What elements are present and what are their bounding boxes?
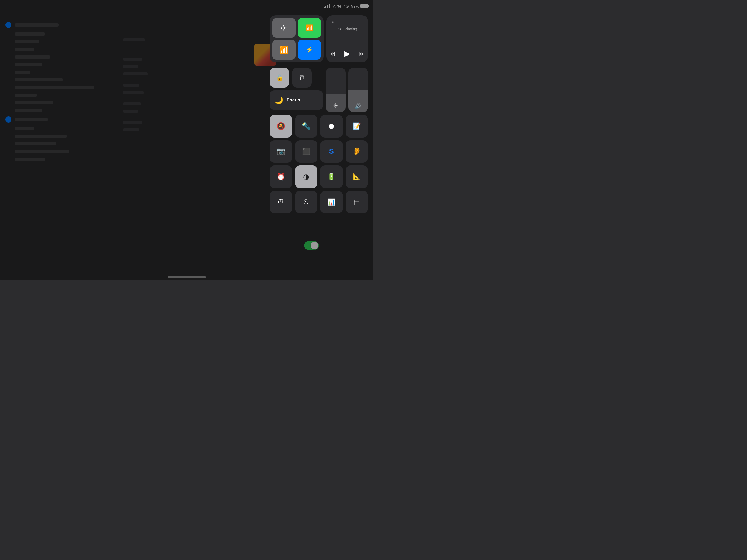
prev-button[interactable]: ⏮ (330, 50, 335, 57)
split-view-button[interactable]: ▤ (345, 191, 368, 213)
volume-icon: 🔊 (355, 103, 362, 109)
mute-icon: 🔕 (277, 122, 285, 130)
wifi-button[interactable]: 📶 (272, 40, 295, 59)
cellular-icon: 📶 (306, 24, 313, 31)
np-controls[interactable]: ⏮ ▶ ⏭ (331, 49, 363, 58)
cellular-button[interactable]: 📶 (298, 18, 321, 38)
bluetooth-button[interactable]: ⚡ (298, 40, 321, 59)
clock-icon: ⏰ (277, 173, 285, 181)
shazam-button[interactable]: S (320, 140, 343, 163)
analytics-icon: 📊 (327, 198, 335, 206)
airplane-mode-button[interactable]: ✈ (272, 18, 295, 38)
focus-moon-icon: 🌙 (275, 96, 283, 104)
now-playing-title: Not Playing (331, 27, 363, 46)
play-button[interactable]: ▶ (344, 49, 350, 58)
analytics-button[interactable]: 📊 (320, 191, 343, 213)
np-header: ⊙ (331, 20, 363, 24)
focus-button[interactable]: 🌙 Focus (269, 90, 323, 110)
shazam-icon: S (329, 147, 334, 156)
next-button[interactable]: ⏭ (359, 50, 365, 57)
screen-mirror-button[interactable]: ⧉ (292, 68, 312, 87)
stopwatch-icon: ⏱ (277, 198, 284, 206)
volume-slider[interactable]: 🔊 (349, 68, 368, 112)
quick-note-button[interactable]: 📝 (345, 115, 368, 137)
focus-label: Focus (287, 97, 300, 103)
wifi-icon: 📶 (279, 45, 289, 54)
measure-button[interactable]: 📐 (345, 166, 368, 188)
hearing-icon: 👂 (353, 147, 361, 156)
brightness-slider[interactable]: ☀ (326, 68, 345, 112)
airplay-icon[interactable]: ⊙ (331, 20, 334, 24)
quick-note-icon: 📝 (353, 122, 361, 130)
flashlight-icon: 🔦 (302, 122, 311, 130)
brightness-icon: ☀ (333, 102, 338, 109)
timer-button[interactable]: ⏲ (295, 191, 318, 213)
clock-button[interactable]: ⏰ (269, 166, 292, 188)
airplane-icon: ✈ (281, 24, 287, 32)
connectivity-panel[interactable]: ✈ 📶 📶 ⚡ (269, 15, 324, 62)
control-center[interactable]: ✈ 📶 📶 ⚡ ⊙ Not Playing ⏮ ▶ ⏭ (269, 15, 368, 216)
dark-mode-icon: ◑ (303, 173, 309, 181)
mute-button[interactable]: 🔕 (269, 115, 292, 137)
screen-mirror-icon: ⧉ (300, 74, 305, 82)
low-power-button[interactable]: 🔋 (320, 166, 343, 188)
now-playing-panel[interactable]: ⊙ Not Playing ⏮ ▶ ⏭ (327, 15, 368, 62)
rotation-lock-icon: 🔒 (276, 74, 283, 81)
hearing-button[interactable]: 👂 (345, 140, 368, 163)
camera-icon: 📷 (277, 147, 285, 156)
measure-icon: 📐 (353, 173, 361, 180)
dark-mode-button[interactable]: ◑ (295, 166, 318, 188)
screen-record-button[interactable]: ⏺ (320, 115, 343, 137)
timer-icon: ⏲ (303, 198, 310, 206)
low-power-icon: 🔋 (327, 173, 335, 180)
camera-button[interactable]: 📷 (269, 140, 292, 163)
icon-grid[interactable]: 🔕 🔦 ⏺ 📝 📷 ⬛ S 👂 ⏰ ◑ 🔋 (269, 115, 368, 213)
qr-scanner-button[interactable]: ⬛ (295, 140, 318, 163)
bluetooth-icon: ⚡ (306, 46, 313, 53)
screen-rotation-lock-button[interactable]: 🔒 (269, 68, 289, 87)
qr-scanner-icon: ⬛ (302, 148, 310, 155)
split-view-icon: ▤ (354, 198, 360, 206)
screen-record-icon: ⏺ (328, 122, 335, 130)
flashlight-button[interactable]: 🔦 (295, 115, 318, 137)
stopwatch-button[interactable]: ⏱ (269, 191, 292, 213)
